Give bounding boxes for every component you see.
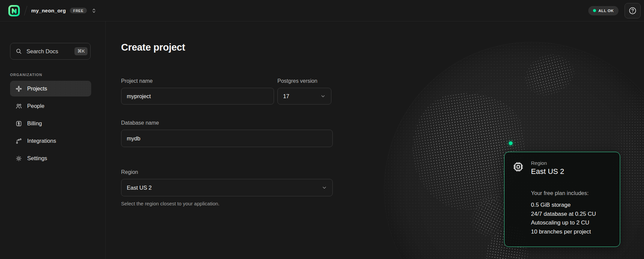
plan-feature: Autoscaling up to 2 CU xyxy=(531,218,611,228)
search-shortcut-kbd: ⌘K xyxy=(74,47,88,55)
plan-intro-text: Your free plan includes: xyxy=(531,190,611,196)
plan-feature: 24/7 database at 0.25 CU xyxy=(531,210,611,219)
sidebar-item-label: Settings xyxy=(27,155,47,161)
region-value: East US 2 xyxy=(127,185,152,191)
chevron-down-icon xyxy=(320,93,326,99)
postgres-version-label: Postgres version xyxy=(277,78,331,84)
search-icon xyxy=(15,48,22,55)
plan-badge: FREE xyxy=(70,8,87,14)
postgres-version-value: 17 xyxy=(283,93,289,100)
region-label: Region xyxy=(121,169,333,176)
region-marker-dot xyxy=(509,141,513,145)
people-icon xyxy=(15,103,22,110)
sidebar-item-label: People xyxy=(27,103,44,109)
help-button[interactable] xyxy=(625,3,641,18)
breadcrumb-separator xyxy=(24,6,28,15)
sidebar-item-label: Integrations xyxy=(27,138,56,144)
project-name-input[interactable] xyxy=(121,88,274,105)
sidebar-nav: Projects People xyxy=(10,81,91,166)
settings-icon xyxy=(15,155,22,162)
status-dot-icon xyxy=(593,9,596,12)
region-card-label: Region xyxy=(531,160,564,166)
sidebar-item-integrations[interactable]: Integrations xyxy=(10,133,91,149)
org-switcher-button[interactable] xyxy=(90,6,98,15)
plan-feature-list: 0.5 GiB storage 24/7 database at 0.25 CU… xyxy=(531,201,611,236)
sidebar-item-settings[interactable]: Settings xyxy=(10,150,91,166)
region-field: Region East US 2 Select the region close… xyxy=(121,169,333,206)
page-title: Create project xyxy=(121,42,644,53)
region-info-card: Region East US 2 Your free plan includes… xyxy=(504,152,620,247)
status-pill[interactable]: ALL OK xyxy=(588,6,619,15)
region-card-value: East US 2 xyxy=(531,167,564,176)
search-docs-button[interactable]: Search Docs ⌘K xyxy=(10,43,91,60)
sidebar: Search Docs ⌘K ORGANIZATION Projects xyxy=(0,21,106,259)
org-name[interactable]: my_neon_org xyxy=(31,8,66,14)
region-card-title-block: Region East US 2 xyxy=(531,160,564,176)
region-select[interactable]: East US 2 xyxy=(121,179,333,196)
chip-icon xyxy=(513,161,524,173)
sidebar-section-label: ORGANIZATION xyxy=(10,73,91,77)
main-content: Create project Project name Postgres ver… xyxy=(106,21,644,259)
region-helper-text: Select the region closest to your applic… xyxy=(121,201,333,206)
sidebar-item-people[interactable]: People xyxy=(10,98,91,114)
plan-feature: 0.5 GiB storage xyxy=(531,201,611,210)
project-name-field: Project name xyxy=(121,78,274,105)
sidebar-item-projects[interactable]: Projects xyxy=(10,81,91,96)
status-label: ALL OK xyxy=(598,9,614,13)
top-bar-right: ALL OK xyxy=(588,3,641,18)
search-label: Search Docs xyxy=(26,48,58,55)
database-name-field: Database name xyxy=(121,120,333,147)
sidebar-item-label: Billing xyxy=(27,120,42,127)
neon-logo[interactable] xyxy=(7,4,21,17)
sidebar-item-label: Projects xyxy=(27,85,47,92)
postgres-version-select[interactable]: 17 xyxy=(277,88,331,105)
postgres-version-field: Postgres version 17 xyxy=(277,78,331,105)
region-card-header: Region East US 2 xyxy=(513,160,611,176)
projects-icon xyxy=(15,85,22,92)
database-name-label: Database name xyxy=(121,120,333,126)
integrations-icon xyxy=(15,137,22,145)
sidebar-item-billing[interactable]: Billing xyxy=(10,116,91,131)
database-name-input[interactable] xyxy=(121,130,333,147)
plan-feature: 10 branches per project xyxy=(531,228,611,237)
chevron-down-icon xyxy=(322,185,327,190)
chevrons-up-down-icon xyxy=(91,8,97,14)
top-bar: my_neon_org FREE ALL OK xyxy=(0,0,644,21)
billing-icon xyxy=(15,120,22,127)
help-icon xyxy=(628,6,637,15)
project-name-label: Project name xyxy=(121,78,274,84)
create-project-form: Project name Postgres version 17 Databas… xyxy=(121,78,333,206)
neon-logo-icon xyxy=(8,4,20,17)
app-shell: Search Docs ⌘K ORGANIZATION Projects xyxy=(0,21,644,259)
